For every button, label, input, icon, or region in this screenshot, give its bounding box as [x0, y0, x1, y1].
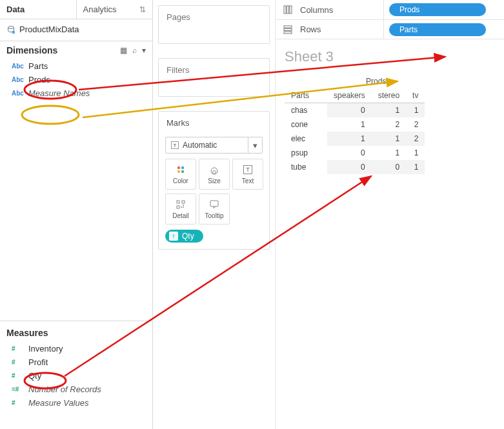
crosstab-cell[interactable]: 0	[327, 146, 372, 160]
worksheet-pane: Columns Prods Rows Parts Sheet 3	[276, 0, 504, 429]
pill-label: Parts	[399, 25, 418, 34]
sheet-title[interactable]: Sheet 3	[285, 48, 495, 65]
rows-pill-parts[interactable]: Parts	[389, 23, 486, 36]
svg-point-5	[181, 170, 184, 172]
crosstab-cell[interactable]: 2	[372, 117, 406, 132]
crosstab-row-header[interactable]: tube	[285, 160, 327, 174]
field-label: Measure Names	[28, 88, 90, 98]
data-pane: Data Analytics ⇅ ProductMixData Dimensio…	[0, 0, 153, 429]
crosstab-col-header[interactable]: stereo	[372, 88, 406, 103]
crosstab-cell[interactable]: 1	[406, 160, 425, 174]
table-row: elec112	[285, 132, 425, 146]
columns-pill-prods[interactable]: Prods	[389, 3, 486, 16]
mark-pill-qty[interactable]: T Qty	[165, 230, 203, 243]
pages-card[interactable]: Pages	[158, 5, 270, 44]
crosstab-cell[interactable]: 1	[406, 103, 425, 118]
measure-number-of-records[interactable]: =# Number of Records	[0, 383, 152, 396]
mark-detail-button[interactable]: Detail	[165, 194, 196, 224]
hash-icon: #	[12, 372, 25, 379]
rows-shelf[interactable]: Rows Parts	[276, 19, 504, 39]
crosstab-cell[interactable]: 0	[327, 160, 372, 174]
mark-text-button[interactable]: T Text	[232, 159, 263, 190]
svg-rect-18	[284, 26, 292, 28]
mark-tooltip-label: Tooltip	[205, 212, 224, 219]
detail-icon	[176, 199, 186, 210]
svg-point-12	[181, 206, 182, 208]
columns-label: Columns	[300, 5, 333, 15]
calc-hash-icon: =#	[12, 386, 25, 393]
view-list-icon[interactable]: ▦	[120, 46, 127, 55]
svg-rect-8	[177, 201, 179, 203]
mark-detail-label: Detail	[172, 212, 189, 219]
svg-point-7	[213, 170, 216, 174]
columns-icon	[282, 5, 294, 14]
chevron-down-icon[interactable]: ▾	[248, 137, 262, 153]
crosstab-cell[interactable]: 2	[406, 132, 425, 146]
svg-rect-16	[287, 6, 289, 14]
marks-card: Marks T Automatic ▾ Color Size T	[158, 111, 270, 250]
tab-data[interactable]: Data	[0, 0, 76, 19]
svg-point-0	[8, 26, 14, 28]
svg-point-2	[177, 166, 180, 168]
measure-inventory[interactable]: # Inventory	[0, 342, 152, 355]
measure-profit[interactable]: # Profit	[0, 355, 152, 369]
dimension-parts[interactable]: Abc Parts	[0, 59, 152, 73]
crosstab: Prods Parts speakers stereo tv chas011co…	[285, 74, 495, 174]
pill-label: Prods	[399, 5, 419, 14]
mark-size-button[interactable]: Size	[199, 159, 230, 190]
crosstab-cell[interactable]: 1	[372, 146, 406, 160]
abc-icon: Abc	[12, 90, 25, 97]
mark-color-button[interactable]: Color	[165, 159, 196, 190]
left-tabs: Data Analytics ⇅	[0, 0, 152, 19]
crosstab-cell[interactable]: 0	[327, 103, 372, 118]
svg-point-4	[177, 170, 180, 172]
mark-tooltip-button[interactable]: Tooltip	[199, 194, 230, 224]
datasource-row[interactable]: ProductMixData	[0, 19, 152, 41]
crosstab-row-label: Parts	[285, 88, 327, 103]
sheet-area: Sheet 3 Prods Parts speakers stereo tv	[276, 39, 504, 183]
crosstab-cell[interactable]: 0	[372, 160, 406, 174]
filters-card[interactable]: Filters	[158, 58, 270, 97]
crosstab-col-header[interactable]: tv	[406, 88, 425, 103]
measure-measure-values[interactable]: # Measure Values	[0, 396, 152, 410]
rows-icon	[282, 25, 294, 34]
shelves: Columns Prods Rows Parts	[276, 0, 504, 39]
crosstab-col-header[interactable]: speakers	[327, 88, 372, 103]
crosstab-row-header[interactable]: psup	[285, 146, 327, 160]
dimension-prods[interactable]: Abc Prods	[0, 73, 152, 86]
columns-shelf[interactable]: Columns Prods	[276, 0, 504, 19]
text-mark-icon: T	[169, 232, 178, 241]
measure-qty[interactable]: # Qty	[0, 369, 152, 383]
crosstab-cell[interactable]: 1	[327, 117, 372, 132]
mark-size-label: Size	[208, 177, 220, 185]
tab-swap-icon: ⇅	[139, 5, 146, 14]
chevron-down-icon[interactable]: ▾	[142, 46, 146, 55]
crosstab-row-header[interactable]: cone	[285, 117, 327, 132]
svg-rect-14	[210, 201, 218, 206]
abc-icon: Abc	[12, 63, 25, 70]
svg-point-13	[183, 205, 184, 206]
tab-data-label: Data	[6, 5, 25, 14]
field-label: Prods	[28, 75, 50, 85]
measures-section: Measures # Inventory # Profit # Qty =# N…	[0, 321, 152, 429]
cards-pane: Pages Filters Marks T Automatic ▾ Color	[153, 0, 276, 429]
filters-title: Filters	[159, 59, 269, 81]
hash-icon: #	[12, 399, 25, 406]
measures-list: # Inventory # Profit # Qty =# Number of …	[0, 341, 152, 416]
field-label: Inventory	[28, 344, 63, 354]
crosstab-cell[interactable]: 1	[406, 146, 425, 160]
dimension-measure-names[interactable]: Abc Measure Names	[0, 86, 152, 100]
mark-pill-label: Qty	[182, 232, 194, 241]
search-icon[interactable]: ⌕	[132, 46, 137, 55]
crosstab-row-header[interactable]: chas	[285, 103, 327, 118]
crosstab-row-header[interactable]: elec	[285, 132, 327, 146]
crosstab-cell[interactable]: 1	[372, 132, 406, 146]
crosstab-cell[interactable]: 2	[406, 117, 425, 132]
crosstab-cell[interactable]: 1	[327, 132, 372, 146]
crosstab-cell[interactable]: 1	[372, 103, 406, 118]
dimensions-title: Dimensions	[6, 45, 57, 55]
tab-analytics[interactable]: Analytics ⇅	[76, 0, 153, 19]
field-label: Profit	[28, 357, 48, 367]
mark-type-select[interactable]: T Automatic ▾	[165, 137, 263, 154]
svg-rect-9	[182, 201, 185, 203]
